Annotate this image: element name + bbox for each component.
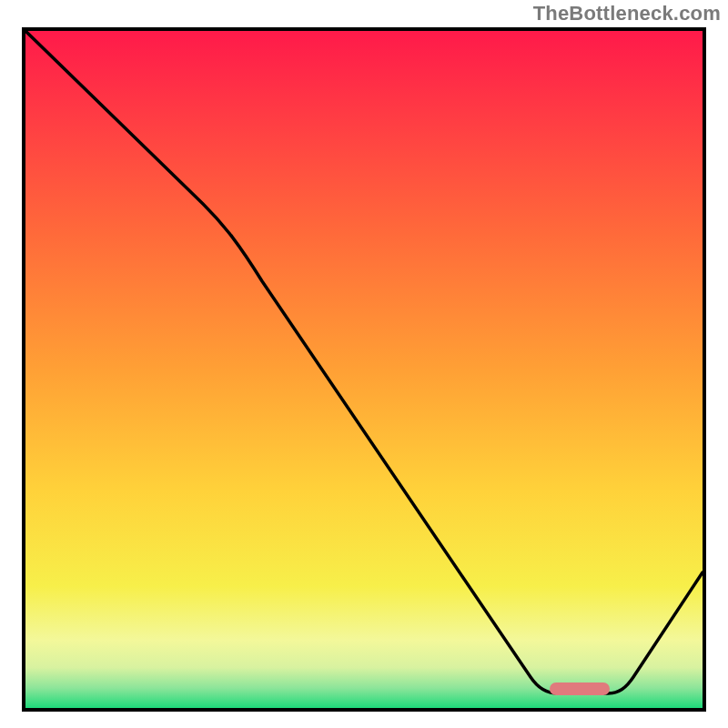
background-gradient (25, 31, 703, 708)
chart-frame (22, 27, 706, 712)
optimal-range-marker (550, 682, 610, 695)
chart-container: TheBottleneck.com (0, 0, 728, 728)
watermark-text: TheBottleneck.com (533, 2, 721, 25)
svg-rect-0 (25, 31, 703, 708)
